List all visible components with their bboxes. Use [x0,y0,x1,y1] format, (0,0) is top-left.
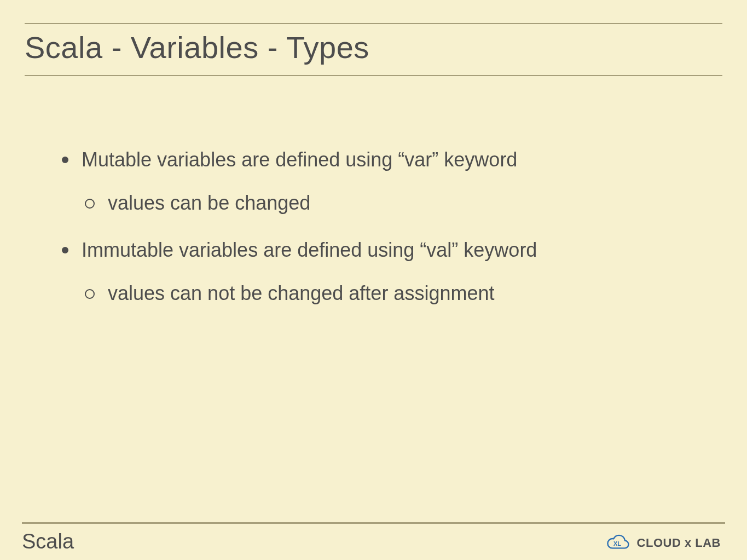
footer-label: Scala [22,530,74,553]
bullet-text: Immutable variables are defined using “v… [82,239,537,261]
sub-bullet-text: values can be changed [108,192,310,214]
footer-rule [22,522,725,524]
sub-bullet-item: values can not be changed after assignme… [82,280,703,307]
bullet-item: Mutable variables are defined using “var… [57,147,703,216]
sub-bullet-text: values can not be changed after assignme… [108,282,494,304]
rule-top [25,23,722,24]
rule-bottom [25,75,722,76]
sub-bullet-list: values can not be changed after assignme… [82,280,703,307]
cloud-inner-text: XL [613,540,621,547]
title-region: Scala - Variables - Types [25,23,722,76]
bullet-item: Immutable variables are defined using “v… [57,237,703,307]
brand-logo: XL CLOUD x LAB [603,534,721,552]
sub-bullet-item: values can be changed [82,190,703,217]
slide-content: Mutable variables are defined using “var… [57,147,703,327]
presentation-slide: Scala - Variables - Types Mutable variab… [0,0,747,560]
bullet-list: Mutable variables are defined using “var… [57,147,703,307]
cloud-icon: XL [603,534,632,552]
bullet-text: Mutable variables are defined using “var… [82,148,517,171]
brand-text: CLOUD x LAB [637,536,721,550]
slide-title: Scala - Variables - Types [25,30,722,65]
sub-bullet-list: values can be changed [82,190,703,217]
